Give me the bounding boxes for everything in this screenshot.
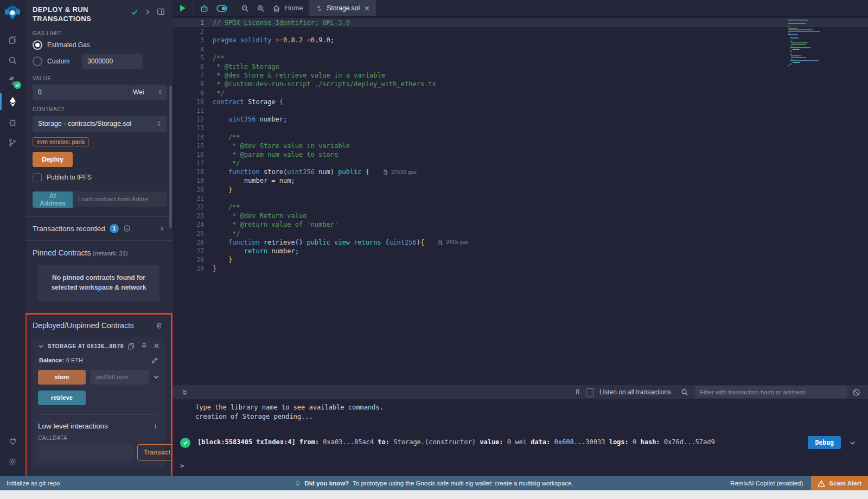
line-number: 11 — [173, 107, 213, 114]
settings-icon[interactable] — [0, 451, 25, 472]
line-number: 2 — [173, 28, 213, 35]
line-number: 29 — [173, 265, 213, 272]
custom-gas-radio[interactable] — [33, 56, 42, 66]
expand-tx-chevron-icon[interactable] — [849, 439, 856, 446]
estimated-gas-radio[interactable] — [33, 40, 42, 50]
publish-ipfs-row[interactable]: Publish to IPFS — [33, 173, 165, 182]
terminal-filter-input[interactable] — [695, 386, 847, 398]
estimated-gas-option-label: Estimated Gas — [47, 41, 90, 49]
panel-layout-icon[interactable] — [157, 8, 165, 16]
copilot-status[interactable]: RemixAI Copilot (enabled) — [722, 480, 811, 487]
at-address-button[interactable]: At Address — [33, 191, 73, 208]
pin-icon[interactable] — [141, 343, 148, 350]
files-icon[interactable] — [0, 29, 25, 50]
contract-label: CONTRACT — [33, 106, 165, 112]
close-icon[interactable]: ✕ — [364, 4, 370, 12]
zoom-out-icon[interactable] — [241, 4, 249, 12]
plugin-manager-icon[interactable] — [0, 431, 25, 451]
divider — [39, 414, 158, 415]
code-line: 1// SPDX-License-Identifier: GPL-3.0 — [173, 18, 868, 27]
chevron-right-icon[interactable] — [159, 226, 165, 232]
code-line: 2 — [173, 27, 868, 36]
clear-filter-icon[interactable] — [852, 388, 860, 396]
copy-icon[interactable] — [127, 343, 135, 350]
custom-gas-option[interactable]: Custom — [33, 54, 165, 69]
close-icon[interactable] — [154, 343, 159, 350]
estimated-gas-option[interactable]: Estimated Gas — [33, 40, 165, 50]
scam-alert-button[interactable]: Scam Alert — [811, 476, 868, 490]
code-line: 6 * @title Storage — [173, 62, 868, 71]
value-unit-select[interactable]: Wei — [128, 85, 167, 100]
deploy-run-panel: DEPLOY & RUN TRANSACTIONS GAS LIMIT Est — [25, 0, 173, 476]
code-line: 26 function retrieve() public view retur… — [173, 238, 868, 247]
code-editor[interactable]: 1// SPDX-License-Identifier: GPL-3.023pr… — [173, 17, 868, 387]
line-number: 19 — [173, 177, 213, 184]
listen-all-checkbox[interactable] — [586, 388, 594, 396]
instance-address-label[interactable]: STORAGE AT 0X136...8B78 — [48, 343, 124, 349]
zoom-in-icon[interactable] — [257, 4, 265, 12]
gas-estimate-annotation: 2415 gas — [438, 239, 468, 245]
publish-ipfs-label: Publish to IPFS — [47, 174, 92, 181]
retrieve-function-button[interactable]: retrieve — [38, 391, 86, 405]
info-icon[interactable]: i — [154, 422, 156, 431]
custom-gas-input[interactable] — [82, 54, 143, 69]
panel-title: DEPLOY & RUN TRANSACTIONS — [33, 5, 119, 24]
gas-estimate-annotation: 22520 gas — [384, 169, 417, 175]
custom-gas-option-label: Custom — [47, 57, 69, 65]
terminal-message: Type the library name to see available c… — [195, 403, 860, 412]
minimap-line — [791, 57, 806, 58]
ai-assistant-icon[interactable] — [200, 4, 209, 13]
minimap-line — [788, 65, 789, 66]
info-icon[interactable] — [123, 225, 131, 232]
gas-limit-label: GAS LIMIT — [33, 30, 165, 36]
terminal-header: 0 Listen on all transactions — [173, 385, 868, 399]
code-line: 17 */ — [173, 159, 868, 168]
transactions-recorded-row[interactable]: Transactions recorded 1 — [33, 217, 165, 240]
line-number: 26 — [173, 239, 213, 246]
minimap-line — [788, 33, 790, 34]
pinned-network-label: (network: 31) — [93, 250, 127, 257]
terminal-prompt[interactable]: > — [180, 462, 860, 470]
debugger-icon[interactable] — [0, 112, 25, 132]
line-number: 24 — [173, 221, 213, 228]
transact-button[interactable]: Transact — [137, 444, 173, 460]
transactions-count-badge: 1 — [110, 224, 119, 233]
contract-selected-value: Storage - contracts/Storage.sol — [38, 120, 131, 127]
run-script-icon[interactable] — [179, 4, 186, 12]
line-number: 14 — [173, 133, 213, 141]
editor-minimap[interactable] — [788, 20, 826, 67]
contract-select[interactable]: Storage - contracts/Storage.sol — [33, 116, 167, 132]
git-init-button[interactable]: Initialize as git repo — [0, 480, 66, 487]
code-line: 15 * @dev Store value in variable — [173, 142, 868, 150]
line-number: 27 — [173, 247, 213, 255]
publish-ipfs-checkbox[interactable] — [33, 173, 42, 182]
home-tab-label[interactable]: Home — [285, 4, 303, 12]
tip-text: To prototype using the Gnosis safe multi… — [353, 480, 573, 487]
deploy-button[interactable]: Deploy — [33, 152, 73, 167]
deploy-run-icon[interactable] — [0, 91, 25, 112]
trash-icon[interactable] — [156, 322, 163, 329]
expand-args-chevron-icon[interactable] — [153, 374, 159, 380]
panel-pin-right-icon[interactable] — [144, 9, 151, 15]
debug-button[interactable]: Debug — [808, 436, 841, 449]
chevron-down-icon[interactable] — [38, 343, 44, 349]
value-input[interactable] — [33, 85, 128, 100]
evm-version-badge: evm version: paris — [33, 137, 89, 146]
store-arg-input[interactable] — [90, 370, 149, 385]
panel-scrollbar[interactable] — [169, 86, 172, 228]
home-icon[interactable] — [272, 4, 280, 12]
remix-logo[interactable] — [4, 4, 21, 21]
transaction-log-row[interactable]: [block:5583405 txIndex:4] from: 0xa03...… — [180, 436, 860, 449]
tab-storage-sol[interactable]: Storage.sol ✕ — [310, 0, 377, 16]
collapse-terminal-icon[interactable] — [181, 389, 188, 396]
git-icon[interactable] — [0, 132, 25, 153]
edit-icon[interactable] — [151, 357, 158, 364]
solidity-compiler-icon[interactable] — [0, 71, 25, 91]
terminal-body[interactable]: Type the library name to see available c… — [173, 399, 868, 470]
store-function-button[interactable]: store — [38, 370, 86, 385]
ai-toggle-icon[interactable] — [216, 5, 227, 12]
line-number: 20 — [173, 186, 213, 194]
at-address-input[interactable] — [73, 191, 167, 207]
calldata-input[interactable] — [38, 444, 133, 460]
search-icon[interactable] — [0, 50, 25, 71]
